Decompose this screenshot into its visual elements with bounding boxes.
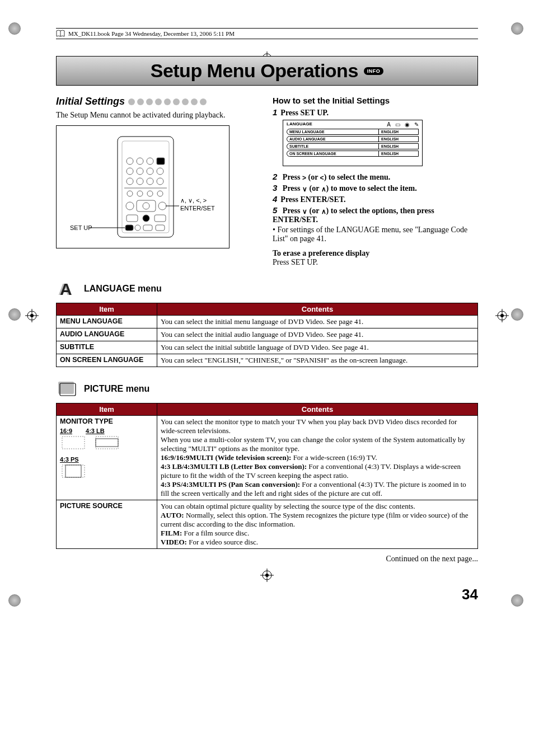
table-row: SUBTITLEYou can select the initial subti… xyxy=(57,341,478,354)
step-2-a: Press xyxy=(283,173,302,181)
svg-point-29 xyxy=(147,178,153,185)
language-menu-icon: AA xyxy=(56,278,77,299)
picture-menu-table: Item Contents MONITOR TYPE 16:9 4:3 LB xyxy=(56,403,478,549)
page-number: 34 xyxy=(56,586,478,603)
aspect-diagram-icon xyxy=(60,434,127,451)
step-5-b: (or xyxy=(307,206,321,215)
svg-point-36 xyxy=(126,202,134,210)
svg-rect-45 xyxy=(143,225,152,231)
monitor-type-p3b: 16:9/16:9MULTI (Wide television screen): xyxy=(161,453,291,462)
letter-a-icon: A xyxy=(387,121,391,128)
table-cell-contents: You can select "ENGLISH," "CHINESE," or … xyxy=(157,354,478,367)
page-title-bar: Setup Menu Operations INFO xyxy=(56,56,478,86)
language-osd-screenshot: LANGUAGE A ▭ ◉ ✎ MENU LANGUAGEENGLISHAUD… xyxy=(283,120,423,166)
table-row: MENU LANGUAGEYou can select the initial … xyxy=(57,316,478,328)
svg-rect-17 xyxy=(118,137,174,237)
initial-settings-heading-text: Initial Settings xyxy=(56,96,125,107)
picture-source-p4b: VIDEO: xyxy=(161,538,187,546)
monitor-type-p2: When you use a multi-color system TV, yo… xyxy=(161,435,474,453)
left-arrow-icon: < xyxy=(320,174,324,182)
osd-row-item: ON SCREEN LANGUAGE xyxy=(287,151,379,156)
svg-rect-57 xyxy=(65,465,81,477)
svg-point-23 xyxy=(127,168,133,175)
how-to-heading: How to set the Initial Settings xyxy=(273,96,478,105)
svg-point-38 xyxy=(143,203,149,209)
table-row: MONITOR TYPE 16:9 4:3 LB 4:3 PS xyxy=(57,416,478,500)
step-1: 1Press SET UP. xyxy=(273,107,478,118)
table-row: PICTURE SOURCE You can obtain optimal pi… xyxy=(57,500,478,549)
erase-heading: To erase a preference display xyxy=(273,249,478,258)
how-to-note: • For settings of the LANGUAGE menu, see… xyxy=(273,226,478,243)
picture-source-p2r: Normally, select this option. The System… xyxy=(161,511,469,528)
table-header-item: Item xyxy=(57,303,157,316)
svg-point-39 xyxy=(158,202,166,210)
book-icon xyxy=(56,30,65,37)
picture-source-p2b: AUTO: xyxy=(161,511,184,519)
osd-row-item: AUDIO LANGUAGE xyxy=(287,137,379,142)
step-3: 3 Press ∨ (or ∧) to move to select the i… xyxy=(273,183,478,193)
monitor-type-label: MONITOR TYPE xyxy=(60,417,153,425)
svg-point-28 xyxy=(137,178,143,185)
table-cell-contents: You can select the initial menu language… xyxy=(157,316,478,328)
down-arrow-icon: ∨ xyxy=(302,208,307,215)
continued-text: Continued on the next page... xyxy=(56,555,478,564)
running-head: MX_DK11.book Page 34 Wednesday, December… xyxy=(56,28,478,39)
picture-source-p3r: For a film source disc. xyxy=(182,529,249,537)
right-arrow-icon: > xyxy=(302,174,306,182)
step-2-b: (or xyxy=(306,173,320,181)
aspect-4-3-lb-icon: 4:3 LB xyxy=(86,428,105,434)
svg-point-35 xyxy=(157,191,163,196)
table-header-contents: Contents xyxy=(157,403,478,416)
erase-body: Press SET UP. xyxy=(273,258,478,267)
aspect-diagram-icon xyxy=(60,463,93,480)
svg-point-21 xyxy=(147,158,153,165)
svg-rect-53 xyxy=(62,436,85,449)
monitor-type-p4b: 4:3 LB/4:3MULTI LB (Letter Box conversio… xyxy=(161,462,307,471)
step-5: 5 Press ∨ (or ∧) to select the options, … xyxy=(273,205,478,224)
svg-point-20 xyxy=(137,158,143,165)
monitor-type-p3r: For a wide-screen (16:9) TV. xyxy=(291,453,377,462)
picture-source-p1: You can obtain optimal picture quality b… xyxy=(161,502,474,511)
osd-row-value: ENGLISH xyxy=(379,129,418,134)
table-row: AUDIO LANGUAGEYou can select the initial… xyxy=(57,328,478,341)
picture-menu-heading: PICTURE menu xyxy=(84,384,149,394)
svg-rect-40 xyxy=(127,215,138,222)
svg-rect-54 xyxy=(96,436,118,449)
osd-row-value: ENGLISH xyxy=(379,144,418,149)
table-cell-contents: You can select the initial audio languag… xyxy=(157,328,478,341)
svg-rect-43 xyxy=(125,225,133,231)
speaker-icon: ◉ xyxy=(405,121,410,128)
osd-row-item: MENU LANGUAGE xyxy=(287,129,379,134)
osd-row: ON SCREEN LANGUAGEENGLISH xyxy=(287,151,419,157)
step-3-b: (or xyxy=(307,184,321,192)
remote-label-arrows: ∧, ∨, <, > xyxy=(180,197,207,204)
step-2-c: ) to select the menu. xyxy=(324,173,391,181)
remote-diagram: SET UP ∧, ∨, <, > ENTER/SET xyxy=(56,125,229,248)
step-3-c: ) to move to select the item. xyxy=(326,184,417,192)
svg-rect-42 xyxy=(154,215,166,222)
svg-point-27 xyxy=(127,178,133,185)
svg-rect-22 xyxy=(157,158,165,165)
svg-point-41 xyxy=(143,215,149,222)
osd-row: AUDIO LANGUAGEENGLISH xyxy=(287,136,419,142)
monitor-type-p1: You can select the monitor type to match… xyxy=(161,417,474,435)
step-3-a: Press xyxy=(283,184,302,192)
step-1-text: Press SET UP. xyxy=(280,109,329,117)
step-4: 4Press ENTER/SET. xyxy=(273,194,478,204)
page-title: Setup Menu Operations xyxy=(151,60,358,82)
svg-point-32 xyxy=(127,191,133,196)
table-cell-item: AUDIO LANGUAGE xyxy=(57,328,157,341)
svg-rect-55 xyxy=(96,439,118,447)
svg-point-34 xyxy=(147,191,153,196)
table-header-item: Item xyxy=(57,403,157,416)
svg-point-26 xyxy=(157,168,163,175)
svg-text:A: A xyxy=(60,280,72,298)
table-cell-item: SUBTITLE xyxy=(57,341,157,354)
aspect-4-3-ps-icon: 4:3 PS xyxy=(60,456,153,463)
picture-source-label: PICTURE SOURCE xyxy=(57,500,157,549)
svg-point-24 xyxy=(137,168,143,175)
up-arrow-icon: ∧ xyxy=(321,185,326,193)
osd-tab-label: LANGUAGE xyxy=(287,121,312,128)
picture-source-p4r: For a video source disc. xyxy=(187,538,258,546)
osd-row: MENU LANGUAGEENGLISH xyxy=(287,129,419,135)
